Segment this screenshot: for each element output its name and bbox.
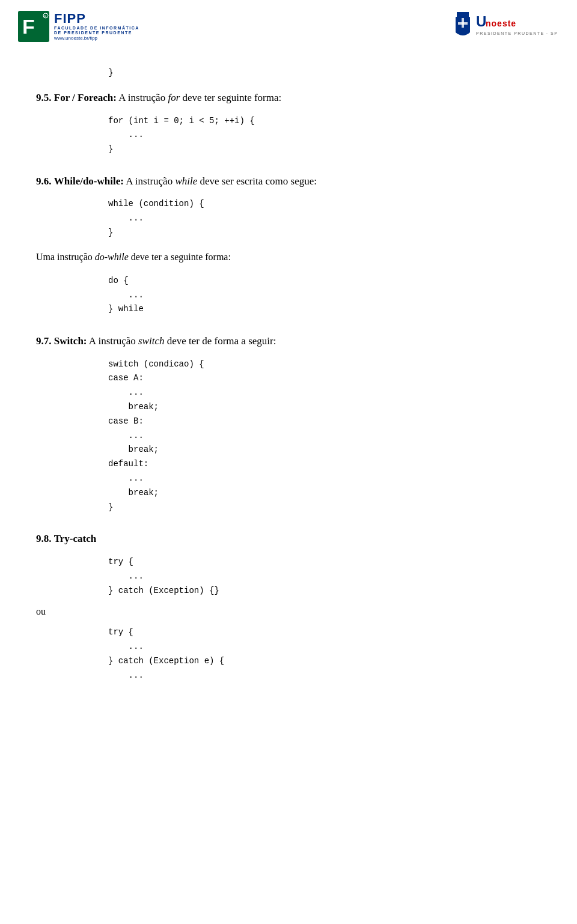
page-header: F R FIPP FACULDADE DE INFORMÁTICA DE PRE… [0, 0, 577, 50]
prev-section-closing-brace: } [108, 68, 541, 78]
section-9-6-para-rest: deve ter a seguinte forma: [131, 252, 231, 262]
fipp-text: FIPP FACULDADE DE INFORMÁTICA DE PRESIDE… [54, 11, 139, 41]
section-9-5: 9.5. For / Foreach: A instrução for deve… [36, 90, 541, 157]
section-9-6-title-text: A instrução [126, 175, 175, 187]
section-9-8: 9.8. Try-catch try { ... } catch (Except… [36, 531, 541, 682]
section-9-6-number: 9.6. [36, 175, 52, 187]
svg-rect-6 [458, 22, 468, 25]
section-9-8-code1: try { ... } catch (Exception) {} [108, 555, 541, 598]
section-9-6-title-bold: While/do-while: [54, 175, 124, 187]
section-9-6-heading: 9.6. While/do-while: A instrução while d… [36, 174, 541, 189]
section-9-5-title-rest: deve ter seguinte forma: [183, 92, 282, 103]
section-9-7-title-rest: deve ter de forma a seguir: [167, 335, 276, 347]
fipp-subtitle-line1: FACULDADE DE INFORMÁTICA [54, 26, 139, 31]
section-9-6-code2: do { ... } while [108, 274, 541, 317]
svg-text:noeste: noeste [486, 19, 516, 28]
fipp-url: www.unoeste.br/fipp [54, 36, 139, 41]
section-9-7-number: 9.7. [36, 335, 52, 347]
unoeste-logo: U noeste PRESIDENTE PRUDENTE · SP [451, 11, 559, 44]
section-9-8-ou: ou [36, 606, 541, 617]
section-9-8-heading: 9.8. Try-catch [36, 531, 541, 547]
section-9-7-title-text: A instrução [89, 335, 138, 347]
main-content: } 9.5. For / Foreach: A instrução for de… [0, 50, 577, 724]
section-9-6-title-italic: while [175, 175, 197, 187]
section-9-6-para-italic: do-while [95, 252, 129, 262]
section-9-7-title-italic: switch [138, 335, 164, 347]
section-9-5-title-bold: For / Foreach: [54, 92, 117, 103]
section-9-5-title-italic: for [168, 92, 180, 103]
section-9-5-heading: 9.5. For / Foreach: A instrução for deve… [36, 90, 541, 106]
section-9-7-heading: 9.7. Switch: A instrução switch deve ter… [36, 333, 541, 349]
section-9-8-code2: try { ... } catch (Exception e) { ... [108, 625, 541, 682]
fipp-title: FIPP [54, 11, 139, 26]
section-9-7-code: switch (condicao) { case A: ... break; c… [108, 357, 541, 515]
section-9-8-title-bold: Try-catch [54, 533, 97, 544]
svg-text:PRESIDENTE  PRUDENTE · SP: PRESIDENTE PRUDENTE · SP [476, 31, 558, 35]
section-9-7-title-bold: Switch: [54, 335, 87, 347]
section-9-7: 9.7. Switch: A instrução switch deve ter… [36, 333, 541, 514]
svg-text:U: U [476, 13, 486, 29]
svg-text:F: F [22, 15, 35, 38]
section-9-6-paragraph: Uma instrução do-while deve ter a seguin… [36, 250, 541, 264]
unoeste-logo-svg: U noeste PRESIDENTE PRUDENTE · SP [451, 11, 559, 44]
section-9-6-title-rest: deve ser escrita como segue: [200, 175, 316, 187]
section-9-6-para-text: Uma instrução [36, 252, 95, 262]
fipp-icon: F R [18, 11, 49, 42]
section-9-8-number: 9.8. [36, 533, 52, 544]
svg-text:R: R [44, 14, 47, 18]
fipp-logo: F R FIPP FACULDADE DE INFORMÁTICA DE PRE… [18, 11, 139, 42]
fipp-subtitle-line2: DE PRESIDENTE PRUDENTE [54, 31, 139, 35]
section-9-6: 9.6. While/do-while: A instrução while d… [36, 174, 541, 317]
section-9-5-number: 9.5. [36, 92, 52, 103]
section-9-5-title-text: A instrução [118, 92, 168, 103]
section-9-5-code: for (int i = 0; i < 5; ++i) { ... } [108, 114, 541, 157]
section-9-6-code1: while (condition) { ... } [108, 197, 541, 240]
